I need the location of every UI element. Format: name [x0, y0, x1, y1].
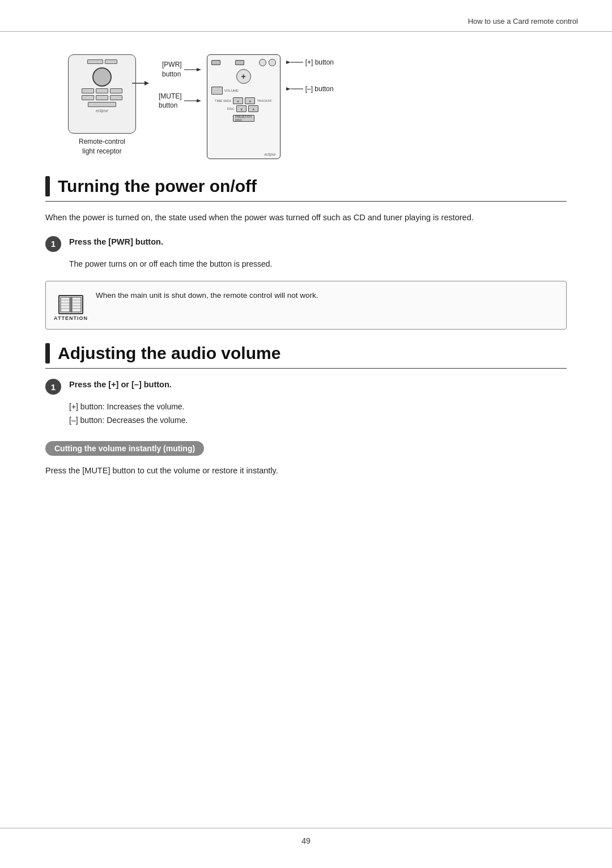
card-remote-image: + VOLUME TIME SEEK ∨ ∧ TRACK/FF D [207, 54, 280, 159]
page-number: 49 [301, 836, 311, 845]
card-right-labels: [+] button [–] button [286, 54, 334, 94]
diagram-section: eclipse Remote-control light receptor [45, 54, 567, 159]
attention-icon: ATTENTION [55, 289, 87, 321]
card-remote-area: [PWR]button [MUTE]button [159, 54, 567, 159]
svg-rect-11 [72, 297, 81, 312]
main-content: eclipse Remote-control light receptor [0, 32, 612, 522]
attention-content: When the main unit is shut down, the rem… [96, 289, 318, 302]
device-label: Remote-control light receptor [79, 137, 125, 156]
step-v1-instruction: Press the [+] or [–] button. [69, 378, 172, 392]
svg-rect-10 [61, 297, 70, 312]
step-1-subtext: The power turns on or off each time the … [69, 258, 567, 271]
muting-body: Press the [MUTE] button to cut the volum… [45, 464, 567, 478]
page-header: How to use a Card remote control [0, 0, 612, 32]
attention-label-text: ATTENTION [54, 315, 88, 321]
svg-marker-9 [286, 87, 291, 91]
svg-marker-5 [197, 99, 201, 102]
svg-marker-3 [197, 68, 201, 71]
subsection-muting-label: Cutting the volume instantly (muting) [45, 441, 204, 456]
remote-device-image: eclipse [68, 54, 136, 134]
minus-desc: [–] button: Decreases the volume. [69, 414, 567, 427]
plus-desc: [+] button: Increases the volume. [69, 400, 567, 414]
plus-btn-label: [+] button [305, 58, 334, 67]
section-power-title: Turning the power on/off [58, 177, 257, 196]
card-left-labels: [PWR]button [MUTE]button [159, 54, 201, 112]
volume-step-1: 1 Press the [+] or [–] button. [45, 378, 567, 395]
accent-bar-volume [45, 343, 50, 364]
header-title: How to use a Card remote control [468, 17, 578, 25]
minus-btn-label: [–] button [305, 84, 334, 94]
power-step-1: 1 Press the [PWR] button. [45, 235, 567, 252]
mute-label: [MUTE]button [159, 91, 182, 112]
attention-box: ATTENTION When the main unit is shut dow… [45, 281, 567, 330]
mute-arrow-icon [184, 97, 201, 104]
svg-marker-1 [144, 81, 149, 85]
page-footer: 49 [0, 828, 612, 845]
page-container: How to use a Card remote control [0, 0, 612, 868]
section-power-body: When the power is turned on, the state u… [45, 211, 567, 225]
volume-sub-texts: [+] button: Increases the volume. [–] bu… [69, 400, 567, 427]
plus-arrow-icon [286, 59, 303, 66]
section-volume-title: Adjusting the audio volume [58, 344, 280, 363]
accent-bar-power [45, 176, 50, 196]
section-volume-heading: Adjusting the audio volume [45, 343, 567, 369]
left-device-area: eclipse Remote-control light receptor [45, 54, 159, 156]
pwr-label: [PWR]button [162, 59, 182, 80]
pwr-arrow-icon [184, 66, 201, 73]
section-power-heading: Turning the power on/off [45, 176, 567, 202]
minus-arrow-icon [286, 85, 303, 92]
step-1-instruction: Press the [PWR] button. [69, 235, 163, 249]
step-badge-1: 1 [45, 236, 61, 252]
step-badge-v1: 1 [45, 379, 61, 395]
attention-book-icon [58, 295, 83, 314]
svg-marker-7 [286, 61, 291, 64]
arrow-icon [132, 78, 149, 89]
